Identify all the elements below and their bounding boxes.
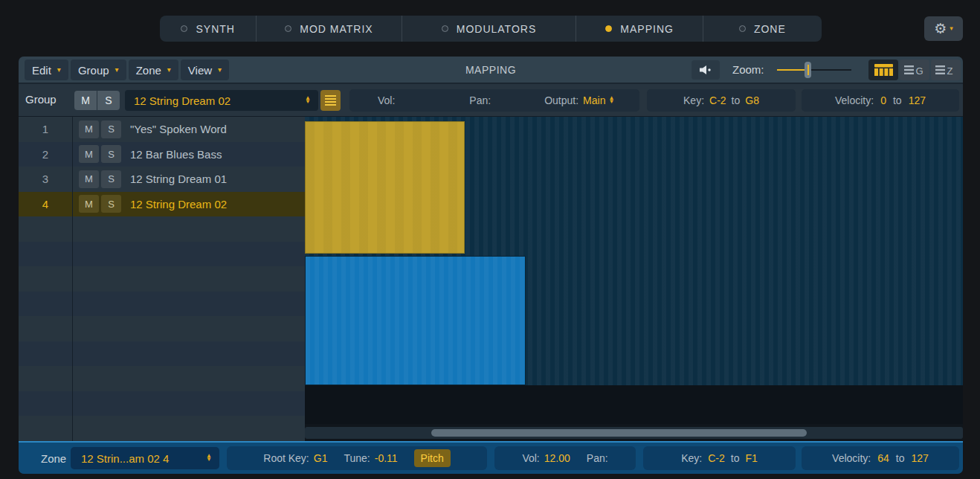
mapping-toolbar: Edit▾Group▾Zone▾View▾ MAPPING Zoom: GZ — [19, 57, 963, 83]
zone-key-to[interactable]: F1 — [745, 452, 757, 464]
pane-tab-bar: SYNTHMOD MATRIXMODULATORSMAPPINGZONE — [160, 16, 822, 42]
tab-label: MODULATORS — [457, 23, 537, 35]
row-mute-solo: MS — [79, 170, 121, 188]
group-vol-label: Vol: — [378, 94, 395, 106]
tab-led-icon — [739, 25, 746, 32]
list-item-empty[interactable] — [19, 216, 305, 242]
list-item-empty[interactable] — [19, 292, 305, 317]
list-item-empty[interactable] — [19, 391, 305, 417]
row-solo-button[interactable]: S — [101, 170, 121, 188]
zone-12-string-dream-02-5[interactable] — [305, 256, 526, 385]
group-mute-button[interactable]: M — [74, 91, 97, 110]
list-item-empty[interactable] — [19, 366, 305, 391]
row-group-name: "Yes" Spoken Word — [130, 123, 227, 135]
zoom-slider[interactable] — [777, 61, 851, 79]
menu-view[interactable]: View▾ — [181, 60, 229, 80]
row-mute-button[interactable]: M — [79, 195, 99, 213]
zone-key-to-label: to — [731, 452, 740, 464]
tab-zone[interactable]: ZONE — [703, 16, 822, 42]
list-item-empty[interactable] — [19, 341, 305, 367]
horizontal-scrollbar[interactable] — [305, 427, 963, 439]
group-pan-label: Pan: — [469, 94, 491, 106]
tab-mod-matrix[interactable]: MOD MATRIX — [257, 16, 402, 42]
zone-label: Zone — [41, 452, 66, 465]
piano-keys-icon — [874, 64, 893, 76]
row-mute-button[interactable]: M — [79, 170, 99, 188]
group-header-row: Group M S 12 String Dream 02 ▲▼ Vol: Pan… — [19, 84, 963, 117]
view-button-list-zone[interactable]: Z — [931, 60, 961, 80]
tab-synth[interactable]: SYNTH — [160, 16, 257, 42]
svg-text:G: G — [916, 65, 923, 77]
view-button-list-group[interactable]: G — [900, 60, 929, 80]
menu-group[interactable]: Group▾ — [71, 60, 126, 80]
row-number: 3 — [19, 173, 72, 185]
row-number: 2 — [19, 148, 72, 161]
row-solo-button[interactable]: S — [101, 120, 121, 138]
group-mixer-box: Vol: Pan: Output: Main ▲▼ — [349, 89, 639, 112]
scrollbar-thumb[interactable] — [431, 429, 807, 437]
list-item-empty[interactable] — [19, 266, 305, 292]
group-key-to[interactable]: G8 — [745, 94, 759, 106]
zoom-slider-thumb[interactable] — [805, 62, 811, 78]
row-group-name: 12 String Dream 01 — [130, 173, 227, 185]
zone-name-value: 12 Strin...am 02 4 — [71, 452, 206, 465]
tune-value[interactable]: -0.11 — [375, 452, 398, 464]
sampler-mapping-window: SYNTHMOD MATRIXMODULATORSMAPPINGZONE ⚙ ▾… — [0, 0, 980, 479]
list-item-empty[interactable] — [19, 316, 305, 341]
group-velocity-from[interactable]: 0 — [880, 94, 886, 106]
row-solo-button[interactable]: S — [101, 145, 121, 163]
list-group-icon: G — [904, 64, 925, 76]
zone-velocity-to[interactable]: 127 — [912, 452, 929, 464]
mapping-content: 1MS"Yes" Spoken Word2MS12 Bar Blues Bass… — [19, 117, 963, 441]
view-button-piano-keys[interactable] — [868, 60, 898, 80]
tab-led-icon — [285, 25, 291, 32]
chevron-down-icon: ▾ — [57, 66, 61, 74]
chevron-down-icon: ▾ — [950, 25, 953, 32]
tab-led-icon — [442, 25, 448, 32]
menu-zone[interactable]: Zone▾ — [129, 60, 178, 80]
zone-key-from[interactable]: C-2 — [708, 452, 725, 464]
list-item-empty[interactable] — [19, 242, 305, 267]
zone-name-select[interactable]: 12 Strin...am 02 4 ▲▼ — [71, 447, 219, 469]
group-output-value[interactable]: Main — [583, 94, 605, 106]
audition-button[interactable] — [692, 60, 720, 80]
row-mute-solo: MS — [79, 145, 121, 163]
menu-edit[interactable]: Edit▾ — [25, 60, 68, 80]
menu-label: Zone — [136, 64, 161, 77]
row-mute-button[interactable]: M — [79, 145, 99, 163]
zone-velocity-range-box: Velocity: 64 to 127 — [802, 446, 959, 470]
root-key-value[interactable]: G1 — [314, 452, 328, 464]
list-item-group-4[interactable]: 4MS12 String Dream 02 — [19, 192, 305, 217]
group-velocity-range-box: Velocity: 0 to 127 — [802, 89, 959, 112]
tab-led-icon — [605, 25, 612, 32]
list-item-group-1[interactable]: 1MS"Yes" Spoken Word — [19, 117, 305, 142]
group-key-from[interactable]: C-2 — [709, 94, 726, 106]
gear-icon: ⚙ — [934, 22, 947, 36]
group-label: Group — [25, 93, 57, 106]
svg-text:Z: Z — [947, 65, 953, 77]
piano-keyboard[interactable] — [305, 385, 963, 424]
group-list-toggle-button[interactable] — [320, 90, 341, 111]
tab-label: ZONE — [754, 23, 786, 35]
action-menu-button[interactable]: ⚙ ▾ — [924, 16, 963, 41]
row-solo-button[interactable]: S — [101, 195, 121, 213]
row-group-name: 12 String Dream 02 — [130, 198, 227, 210]
group-name-select[interactable]: 12 String Dream 02 ▲▼ — [125, 90, 318, 111]
group-solo-button[interactable]: S — [97, 91, 120, 110]
pitch-toggle-button[interactable]: Pitch — [414, 449, 451, 467]
list-item-group-3[interactable]: 3MS12 String Dream 01 — [19, 167, 305, 192]
zone-12-string-dream-02-4[interactable] — [305, 121, 465, 254]
zone-map-area[interactable] — [305, 117, 963, 385]
chevron-down-icon: ▾ — [167, 66, 171, 74]
tab-modulators[interactable]: MODULATORS — [402, 16, 577, 42]
zone-vol-value[interactable]: 12.00 — [544, 452, 570, 464]
mapping-panel: Edit▾Group▾Zone▾View▾ MAPPING Zoom: GZ G… — [19, 57, 963, 474]
zone-velocity-from[interactable]: 64 — [877, 452, 889, 464]
root-key-label: Root Key: — [263, 452, 309, 464]
tab-mapping[interactable]: MAPPING — [576, 16, 703, 42]
group-velocity-to[interactable]: 127 — [909, 94, 926, 106]
list-item-empty[interactable] — [19, 416, 305, 441]
group-mute-solo: M S — [74, 91, 120, 110]
row-mute-button[interactable]: M — [79, 120, 99, 138]
list-item-group-2[interactable]: 2MS12 Bar Blues Bass — [19, 142, 305, 167]
